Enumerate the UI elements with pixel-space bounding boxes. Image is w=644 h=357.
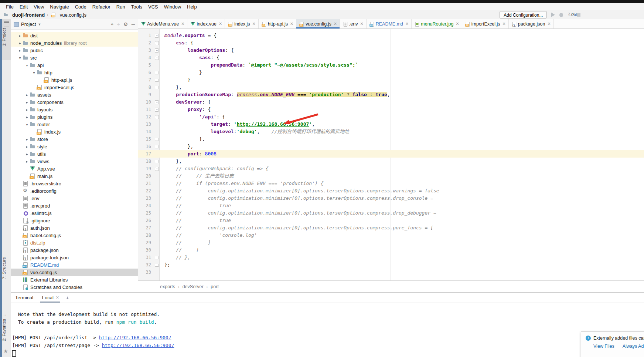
line-number[interactable]: 23 [138, 196, 154, 201]
line-number[interactable]: 27 [138, 225, 154, 230]
git-widget[interactable]: Git: [571, 12, 578, 17]
code-line-8[interactable]: 8 }, [138, 84, 644, 91]
code-line-10[interactable]: 10 devServer: { [138, 98, 644, 106]
line-number[interactable]: 11 [138, 107, 154, 112]
code-text[interactable]: }, [160, 158, 182, 165]
tree-item-src[interactable]: ▾src [11, 54, 138, 61]
tree-collapse-icon[interactable]: ▾ [31, 71, 37, 75]
menu-tools[interactable]: Tools [128, 4, 145, 10]
code-line-5[interactable]: 5 prependData: `@import "~@/assets/scss/… [138, 61, 644, 69]
tree-item-index.js[interactable]: index.js [11, 128, 138, 135]
line-number[interactable]: 30 [138, 247, 154, 253]
chevron-down-icon[interactable]: ▼ [38, 23, 41, 26]
code-line-9[interactable]: 9 productionSourceMap: process.env.NODE_… [138, 91, 644, 98]
code-line-15[interactable]: 15 }, [138, 135, 644, 143]
terminal-tab-local[interactable]: Local ✕ [40, 293, 60, 303]
code-text[interactable]: devServer: { [160, 98, 211, 106]
close-icon[interactable]: ✕ [360, 21, 364, 26]
line-number[interactable]: 28 [138, 233, 154, 238]
line-number[interactable]: 21 [138, 181, 154, 186]
fold-marker-icon[interactable] [154, 84, 160, 91]
tree-item-dist.zip[interactable]: dist.zip [11, 239, 138, 246]
close-icon[interactable]: ✕ [456, 21, 459, 26]
code-line-2[interactable]: 2 css: { [138, 39, 644, 47]
tab-vue.config.js[interactable]: vue.config.js✕ [296, 19, 340, 28]
line-number[interactable]: 5 [138, 63, 154, 68]
line-number[interactable]: 9 [138, 92, 154, 97]
code-line-18[interactable]: 18 }, [138, 158, 644, 165]
tree-expand-icon[interactable]: ▸ [17, 41, 23, 45]
debug-icon[interactable] [559, 13, 563, 17]
breadcrumb-exports[interactable]: exports [160, 284, 175, 289]
fold-marker-icon[interactable] [154, 135, 160, 143]
tree-item-.eslintrc.js[interactable]: .eslintrc.js [11, 209, 138, 217]
fold-marker-icon[interactable] [154, 47, 160, 54]
tree-item-importExcel.js[interactable]: importExcel.js [11, 84, 138, 91]
tree-item-router[interactable]: ▾router [11, 121, 138, 128]
code-text[interactable]: // true [160, 202, 231, 209]
line-number[interactable]: 32 [138, 262, 154, 267]
code-line-31[interactable]: 31 // }, [138, 254, 644, 261]
stripe-structure-label[interactable]: 7: Structure [2, 257, 10, 279]
code-line-28[interactable]: 28 // 'console.log' [138, 232, 644, 239]
tab-index.vue[interactable]: index.vue✕ [187, 19, 225, 28]
code-line-19[interactable]: 19 // configureWebpack: config => { [138, 165, 644, 172]
fold-marker-icon[interactable] [154, 158, 160, 165]
code-line-30[interactable]: 30 // } [138, 246, 644, 254]
tree-item-components[interactable]: ▸components [11, 98, 138, 106]
tree-collapse-icon[interactable]: ▾ [24, 122, 30, 127]
tree-item-App.vue[interactable]: App.vue [11, 165, 138, 172]
tree-item-plugins[interactable]: ▸plugins [11, 113, 138, 121]
menu-code[interactable]: Code [72, 4, 89, 10]
line-number[interactable]: 19 [138, 166, 154, 171]
line-number[interactable]: 22 [138, 188, 154, 193]
code-line-1[interactable]: 1module.exports = { [138, 32, 644, 39]
locate-file-icon[interactable]: ⌖ [111, 21, 113, 27]
tree-expand-icon[interactable]: ▸ [24, 100, 30, 104]
code-text[interactable]: // // 生产去除日志 [160, 172, 234, 180]
line-number[interactable]: 8 [138, 85, 154, 90]
code-line-7[interactable]: 7 } [138, 76, 644, 84]
code-line-12[interactable]: 12 '/api': { [138, 113, 644, 121]
tree-expand-icon[interactable]: ▸ [24, 159, 30, 164]
code-text[interactable]: // ] [160, 239, 211, 246]
code-text[interactable]: // config.optimization.minimizer[0].opti… [160, 187, 439, 195]
project-panel-title[interactable]: Project [21, 21, 36, 27]
menu-navigate[interactable]: Navigate [47, 4, 72, 10]
line-number[interactable]: 3 [138, 48, 154, 53]
tree-item-http[interactable]: ▾http [11, 69, 138, 76]
code-line-16[interactable]: 16 }, [138, 143, 644, 150]
line-number[interactable]: 6 [138, 70, 154, 75]
tree-expand-icon[interactable]: ▸ [24, 152, 30, 156]
code-text[interactable]: }, [160, 135, 205, 143]
tree-item-.editorconfig[interactable]: .editorconfig [11, 187, 138, 195]
code-text[interactable]: }, [160, 84, 182, 91]
stripe-favorites-label[interactable]: 2: Favorites [2, 319, 10, 341]
code-text[interactable]: // if (process.env.NODE_ENV === 'product… [160, 180, 323, 187]
menu-help[interactable]: Help [184, 4, 200, 10]
tree-item-public[interactable]: ▸public [11, 47, 138, 54]
code-line-11[interactable]: 11 proxy: { [138, 106, 644, 113]
code-text[interactable]: }, [160, 143, 193, 150]
line-number[interactable]: 33 [138, 270, 154, 275]
code-line-32[interactable]: 32}; [138, 261, 644, 269]
line-number[interactable]: 13 [138, 122, 154, 127]
fold-marker-icon[interactable] [154, 54, 160, 61]
code-text[interactable]: port: 8008 [160, 150, 217, 158]
menu-refactor[interactable]: Refactor [89, 4, 113, 10]
fold-marker-icon[interactable] [154, 165, 160, 172]
code-text[interactable]: // config.optimization.minimizer[0].opti… [160, 209, 436, 217]
line-number[interactable]: 18 [138, 159, 154, 164]
line-number[interactable]: 15 [138, 137, 154, 142]
close-icon[interactable]: ✕ [334, 21, 337, 26]
code-text[interactable]: productionSourceMap: process.env.NODE_EN… [160, 91, 390, 98]
close-icon[interactable]: ✕ [502, 21, 506, 26]
tree-expand-icon[interactable]: ▸ [17, 48, 23, 53]
build-grid-icon[interactable]: ⸬ [4, 313, 8, 317]
fold-marker-icon[interactable] [154, 143, 160, 150]
menu-vcs[interactable]: VCS [145, 4, 161, 10]
tree-item-views[interactable]: ▸views [11, 158, 138, 165]
code-text[interactable]: // } [160, 246, 199, 254]
tab-package.json[interactable]: package.json✕ [509, 19, 554, 28]
fold-marker-icon[interactable] [154, 39, 160, 47]
